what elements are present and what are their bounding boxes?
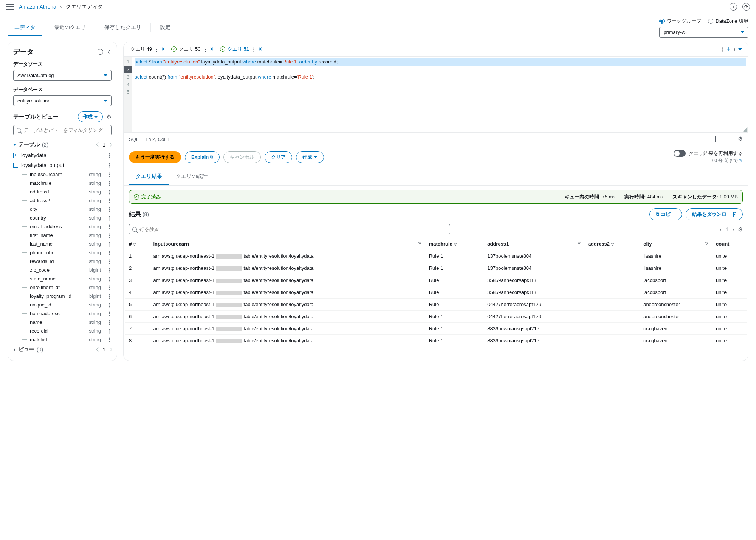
page-prev-icon[interactable] bbox=[96, 347, 100, 351]
query-tab[interactable]: ✓クエリ 50⋮× bbox=[168, 42, 217, 56]
table-row[interactable]: 6arn:aws:glue:ap-northeast-1::table/enti… bbox=[125, 311, 747, 323]
more-icon[interactable]: ⋮ bbox=[107, 319, 112, 325]
caret-down-icon[interactable] bbox=[738, 48, 742, 50]
more-icon[interactable]: ⋮ bbox=[107, 267, 112, 273]
more-icon[interactable]: ⋮ bbox=[107, 206, 112, 212]
column-item[interactable]: phone_nbrstring⋮ bbox=[8, 248, 117, 257]
panel-icon[interactable] bbox=[715, 136, 722, 142]
col-address2[interactable]: address2▽ bbox=[584, 238, 640, 250]
tables-section[interactable]: テーブル (2) 1 bbox=[8, 139, 117, 150]
more-icon[interactable]: ⋮ bbox=[107, 302, 112, 308]
more-icon[interactable]: ⋮ bbox=[251, 46, 256, 52]
column-item[interactable]: address1string⋮ bbox=[8, 187, 117, 196]
radio-datazone[interactable]: DataZone 環境 bbox=[708, 18, 748, 25]
edit-icon[interactable]: ✎ bbox=[739, 158, 743, 163]
filter-icon[interactable]: ▽ bbox=[133, 242, 136, 246]
menu-icon[interactable] bbox=[6, 3, 14, 11]
col-inputsourcearn[interactable]: inputsourcearn▽ bbox=[149, 238, 425, 250]
breadcrumb-service[interactable]: Amazon Athena bbox=[19, 4, 56, 10]
more-icon[interactable]: ⋮ bbox=[154, 46, 159, 52]
filter-icon[interactable]: ▽ bbox=[578, 241, 581, 245]
refresh-icon[interactable] bbox=[97, 49, 103, 55]
collapse-icon[interactable] bbox=[108, 50, 112, 54]
filter-input[interactable] bbox=[13, 125, 112, 135]
code-editor[interactable]: 12345 select * from "entityresolution".l… bbox=[124, 57, 748, 132]
page-next-icon[interactable]: › bbox=[732, 226, 734, 232]
download-button[interactable]: 結果をダウンロード bbox=[686, 208, 743, 220]
views-section[interactable]: ビュー (0) 1 bbox=[8, 344, 117, 355]
column-item[interactable]: countrystring⋮ bbox=[8, 214, 117, 222]
table-row[interactable]: 8arn:aws:glue:ap-northeast-1::table/enti… bbox=[125, 335, 747, 347]
query-tab[interactable]: ✓クエリ 51⋮× bbox=[217, 42, 265, 56]
database-select[interactable]: entityresolution bbox=[13, 95, 112, 106]
col-address1[interactable]: address1▽ bbox=[483, 238, 584, 250]
resize-handle-icon[interactable]: ◢ bbox=[743, 127, 747, 132]
column-item[interactable]: enrollment_dtstring⋮ bbox=[8, 283, 117, 292]
panel-icon[interactable] bbox=[727, 136, 733, 142]
more-icon[interactable]: ⋮ bbox=[107, 285, 112, 290]
column-item[interactable]: inputsourcearnstring⋮ bbox=[8, 170, 117, 179]
workgroup-select[interactable]: primary-v3 bbox=[659, 27, 748, 38]
table-row[interactable]: 2arn:aws:glue:ap-northeast-1::table/enti… bbox=[125, 262, 747, 274]
page-prev-icon[interactable]: ‹ bbox=[720, 226, 722, 232]
tab-recent[interactable]: 最近のクエリ bbox=[47, 20, 93, 36]
datasource-select[interactable]: AwsDataCatalog bbox=[13, 70, 112, 81]
more-icon[interactable]: ⋮ bbox=[107, 198, 112, 203]
clear-button[interactable]: クリア bbox=[265, 151, 292, 163]
more-icon[interactable]: ⋮ bbox=[107, 189, 112, 195]
page-next-icon[interactable] bbox=[108, 347, 112, 351]
more-icon[interactable]: ⋮ bbox=[107, 152, 112, 158]
results-search[interactable] bbox=[129, 224, 450, 234]
page-prev-icon[interactable] bbox=[96, 142, 100, 147]
more-icon[interactable]: ⋮ bbox=[107, 172, 112, 177]
column-item[interactable]: namestring⋮ bbox=[8, 318, 117, 326]
copy-button[interactable]: ⧉ コピー bbox=[649, 208, 682, 220]
collapse-icon[interactable]: − bbox=[13, 163, 18, 168]
more-icon[interactable]: ⋮ bbox=[107, 258, 112, 264]
more-icon[interactable]: ⋮ bbox=[107, 250, 112, 255]
refresh-icon[interactable]: ⟳ bbox=[742, 3, 750, 11]
table-row[interactable]: 1arn:aws:glue:ap-northeast-1::table/enti… bbox=[125, 250, 747, 262]
reuse-toggle[interactable] bbox=[674, 150, 686, 157]
column-item[interactable]: homeaddressstring⋮ bbox=[8, 309, 117, 318]
add-tab-button[interactable]: + bbox=[727, 45, 731, 53]
column-item[interactable]: unique_idstring⋮ bbox=[8, 300, 117, 309]
more-icon[interactable]: ⋮ bbox=[107, 232, 112, 238]
column-item[interactable]: zip_codebigint⋮ bbox=[8, 266, 117, 274]
table-row[interactable]: 4arn:aws:glue:ap-northeast-1::table/enti… bbox=[125, 286, 747, 299]
more-icon[interactable]: ⋮ bbox=[107, 276, 112, 282]
more-icon[interactable]: ⋮ bbox=[107, 293, 112, 299]
tab-saved[interactable]: 保存したクエリ bbox=[98, 20, 148, 36]
query-tab[interactable]: クエリ 49⋮× bbox=[127, 42, 168, 56]
more-icon[interactable]: ⋮ bbox=[107, 162, 112, 168]
tab-stats[interactable]: クエリの統計 bbox=[169, 169, 214, 185]
column-item[interactable]: email_addressstring⋮ bbox=[8, 222, 117, 231]
cancel-button[interactable]: キャンセル bbox=[223, 151, 261, 163]
more-icon[interactable]: ⋮ bbox=[107, 241, 112, 247]
filter-field[interactable] bbox=[23, 127, 108, 133]
more-icon[interactable]: ⋮ bbox=[107, 337, 112, 342]
tab-editor[interactable]: エディタ bbox=[8, 20, 42, 36]
close-icon[interactable]: × bbox=[210, 46, 214, 53]
table-item-loyaltydata[interactable]: + loyaltydata ⋮ bbox=[8, 150, 117, 160]
more-icon[interactable]: ⋮ bbox=[107, 180, 112, 186]
more-icon[interactable]: ⋮ bbox=[107, 328, 112, 334]
more-icon[interactable]: ⋮ bbox=[107, 311, 112, 316]
close-icon[interactable]: × bbox=[161, 46, 165, 53]
table-row[interactable]: 3arn:aws:glue:ap-northeast-1::table/enti… bbox=[125, 274, 747, 286]
column-item[interactable]: last_namestring⋮ bbox=[8, 240, 117, 248]
create-button[interactable]: 作成 bbox=[78, 111, 103, 122]
more-icon[interactable]: ⋮ bbox=[107, 215, 112, 221]
results-search-input[interactable] bbox=[139, 226, 447, 232]
close-icon[interactable]: × bbox=[259, 46, 262, 53]
column-item[interactable]: citystring⋮ bbox=[8, 205, 117, 214]
expand-icon[interactable]: + bbox=[13, 153, 18, 158]
more-icon[interactable]: ⋮ bbox=[203, 46, 208, 52]
table-row[interactable]: 5arn:aws:glue:ap-northeast-1::table/enti… bbox=[125, 299, 747, 311]
filter-icon[interactable]: ▽ bbox=[418, 241, 421, 245]
column-item[interactable]: matchrulestring⋮ bbox=[8, 179, 117, 187]
filter-icon[interactable]: ▽ bbox=[454, 242, 457, 246]
explain-button[interactable]: Explain ⧉ bbox=[185, 151, 220, 163]
col-num[interactable]: #▽ bbox=[125, 238, 149, 250]
col-matchrule[interactable]: matchrule▽ bbox=[425, 238, 484, 250]
